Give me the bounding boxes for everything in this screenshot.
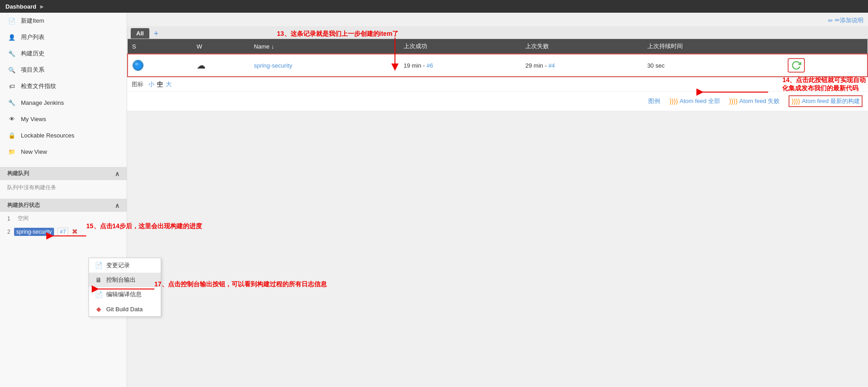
check-fingerprint-icon: 🏷: [7, 82, 16, 91]
job-name-link[interactable]: spring-security: [254, 62, 292, 69]
tab-bar: All +: [127, 26, 868, 39]
build-queue-label: 构建队列: [7, 170, 29, 177]
tab-all[interactable]: All: [131, 28, 149, 39]
job-status-cell: [128, 54, 192, 77]
atom-all-link[interactable]: )))) Atom feed 全部: [669, 97, 720, 105]
sidebar-item-build-history[interactable]: 🔧 构建历史: [0, 45, 127, 62]
add-description-label: ✏添加说明: [835, 16, 863, 24]
size-small[interactable]: 小: [148, 80, 154, 88]
change-log-icon: 📄: [94, 261, 103, 269]
atom-fail-link[interactable]: )))) Atom feed 失败: [729, 97, 780, 105]
atom-latest-link[interactable]: )))) Atom feed 最新的构建: [791, 97, 860, 105]
change-log-label: 变更记录: [106, 261, 130, 269]
bottom-links: 图例 )))) Atom feed 全部 )))) Atom feed 失败 )…: [127, 91, 868, 111]
jobs-table: S W Name ↓ 上次成功 上次失败 上次持续时间: [127, 39, 868, 77]
jobs-table-container: S W Name ↓ 上次成功 上次失败 上次持续时间: [127, 39, 868, 111]
last-failure-text: 29 min -: [525, 62, 548, 69]
sidebar-item-check-fingerprint[interactable]: 🏷 检查文件指纹: [0, 78, 127, 94]
executor-2-num: 2: [7, 229, 10, 235]
edit-icon: ✏: [828, 17, 833, 24]
executor-1: 1 空闲: [0, 212, 127, 225]
sidebar-label-manage-jenkins: Manage Jenkins: [21, 99, 64, 106]
job-last-duration-cell: 30 sec: [643, 54, 783, 77]
sidebar-label-project-relations: 项目关系: [21, 66, 44, 74]
build-queue-toggle[interactable]: ∧: [115, 170, 119, 177]
col-last-duration: 上次持续时间: [643, 39, 783, 54]
executor-2-build-num[interactable]: #7: [58, 228, 68, 236]
col-s: S: [128, 39, 192, 54]
atom-latest-highlight: )))) Atom feed 最新的构建: [789, 95, 863, 107]
job-status-icon: [133, 60, 143, 71]
last-success-text: 19 min -: [404, 62, 427, 69]
size-medium[interactable]: 中: [157, 80, 163, 88]
col-last-success: 上次成功: [399, 39, 521, 54]
table-footer: 图标 小 中 大: [127, 77, 868, 91]
executor-status-label: 构建执行状态: [7, 201, 40, 209]
job-weather-cell: ☁: [192, 54, 249, 77]
executor-1-status: 空闲: [18, 215, 29, 222]
executor-2-job-link[interactable]: spring-security: [14, 228, 54, 236]
console-output-label: 控制台输出: [106, 276, 136, 284]
context-menu-console-output[interactable]: 🖥 控制台输出: [89, 273, 161, 287]
user-list-icon: 👤: [7, 33, 16, 42]
table-row: ☁ spring-security 19 min - #6 29 min - #…: [128, 54, 868, 77]
table-header-row: S W Name ↓ 上次成功 上次失败 上次持续时间: [128, 39, 868, 54]
sidebar-item-manage-jenkins[interactable]: 🔧 Manage Jenkins: [0, 94, 127, 111]
executor-status-toggle[interactable]: ∧: [115, 202, 119, 209]
last-failure-build-link[interactable]: #4: [548, 62, 555, 69]
sidebar-label-new-view: New View: [21, 148, 47, 155]
my-views-icon: 👁: [7, 114, 16, 123]
context-menu-git-build-data[interactable]: ◆ Git Build Data: [89, 302, 161, 316]
col-name[interactable]: Name ↓: [249, 39, 399, 54]
new-view-icon: 📁: [7, 147, 16, 156]
dashboard-link[interactable]: Dashboard: [5, 3, 36, 10]
git-build-data-label: Git Build Data: [106, 306, 143, 313]
sidebar-label-build-history: 构建历史: [21, 49, 44, 58]
job-last-success-cell: 19 min - #6: [399, 54, 521, 77]
project-relations-icon: 🔍: [7, 65, 16, 74]
size-large[interactable]: 大: [166, 80, 172, 88]
context-menu-edit-build-info[interactable]: 📄 编辑编译信息: [89, 287, 161, 302]
executor-2-stop-btn[interactable]: ✖: [72, 227, 78, 236]
col-w: W: [192, 39, 249, 54]
atom-all-icon: )))): [669, 98, 678, 105]
weather-icon: ☁: [197, 60, 206, 70]
sidebar-label-my-views: My Views: [21, 116, 46, 122]
main-layout: 📄 新建Item 👤 用户列表 🔧 构建历史 🔍 项目关系 🏷 检查文件指纹 🔧…: [0, 13, 868, 387]
svg-point-0: [134, 61, 142, 69]
build-now-button[interactable]: [788, 58, 805, 73]
executor-2-row: 2 spring-security #7 ✖: [0, 225, 127, 238]
git-build-data-icon: ◆: [94, 305, 103, 313]
breadcrumb: Dashboard ►: [5, 3, 45, 10]
size-links: 小 中 大: [148, 80, 172, 88]
top-bar: Dashboard ►: [0, 0, 868, 13]
last-success-build-link[interactable]: #6: [427, 62, 433, 69]
add-description-link[interactable]: ✏ ✏添加说明: [828, 16, 863, 24]
tab-add-button[interactable]: +: [150, 29, 163, 38]
build-history-icon: 🔧: [7, 49, 16, 58]
console-output-icon: 🖥: [94, 276, 103, 284]
job-last-failure-cell: 29 min - #4: [521, 54, 642, 77]
manage-jenkins-icon: 🔧: [7, 98, 16, 107]
build-queue-section: 构建队列 ∧: [0, 167, 127, 180]
sidebar-label-lockable-resources: Lockable Resources: [21, 132, 74, 139]
new-item-icon: 📄: [7, 16, 16, 25]
breadcrumb-separator: ►: [39, 3, 45, 10]
icon-size-label: 图标: [132, 81, 143, 88]
build-queue-empty: 队列中没有构建任务: [0, 180, 127, 195]
edit-build-info-label: 编辑编译信息: [106, 290, 142, 299]
context-menu: 📄 变更记录 🖥 控制台输出 📄 编辑编译信息 ◆ Git Build Data: [89, 258, 161, 317]
sidebar-item-new-item[interactable]: 📄 新建Item: [0, 13, 127, 29]
sidebar-label-check-fingerprint: 检查文件指纹: [21, 82, 56, 90]
executor-1-num: 1: [7, 216, 14, 222]
content-area: ✏ ✏添加说明 All + S W Name ↓ 上次成功 上次失败 上次持续时…: [127, 13, 868, 387]
context-menu-change-log[interactable]: 📄 变更记录: [89, 258, 161, 273]
sidebar-item-new-view[interactable]: 📁 New View: [0, 143, 127, 160]
sidebar-item-my-views[interactable]: 👁 My Views: [0, 111, 127, 127]
svg-point-1: [135, 63, 138, 65]
sidebar-item-project-relations[interactable]: 🔍 项目关系: [0, 62, 127, 78]
legend-link[interactable]: 图例: [648, 97, 660, 105]
job-name-cell: spring-security: [249, 54, 399, 77]
sidebar-item-user-list[interactable]: 👤 用户列表: [0, 29, 127, 45]
sidebar-item-lockable-resources[interactable]: 🔒 Lockable Resources: [0, 127, 127, 143]
